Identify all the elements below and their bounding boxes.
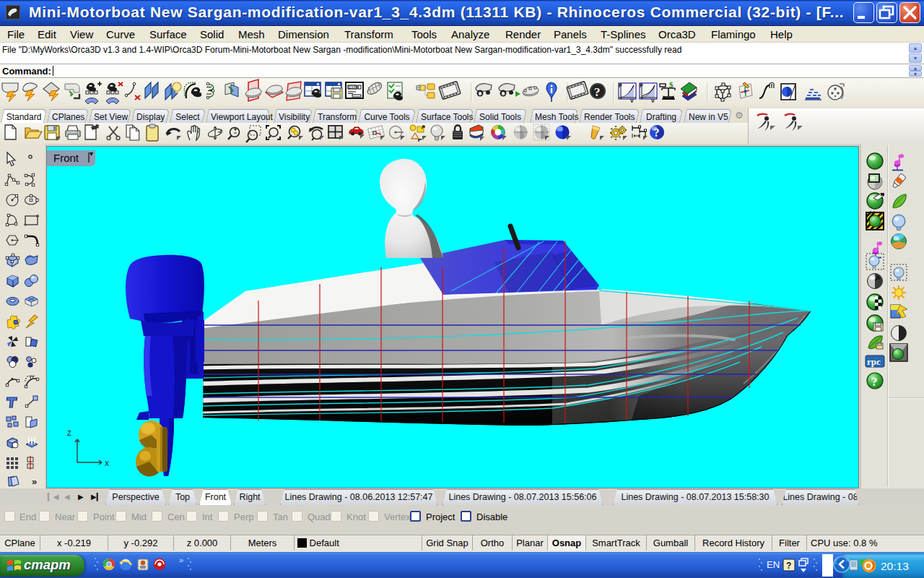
svg-text:z: z	[67, 428, 71, 438]
svg-text:»: »	[179, 556, 183, 564]
svg-text:?: ?	[594, 85, 601, 99]
svg-text:rpc: rpc	[867, 356, 881, 367]
svg-text:?: ?	[786, 561, 791, 571]
svg-text:?: ?	[871, 375, 878, 389]
svg-text:EN: EN	[767, 559, 780, 570]
svg-text:?: ?	[654, 126, 660, 139]
svg-text:x: x	[105, 458, 109, 468]
svg-text:$: $	[669, 80, 674, 89]
svg-text:EXPO: EXPO	[349, 85, 359, 90]
svg-text:»: »	[32, 476, 37, 487]
